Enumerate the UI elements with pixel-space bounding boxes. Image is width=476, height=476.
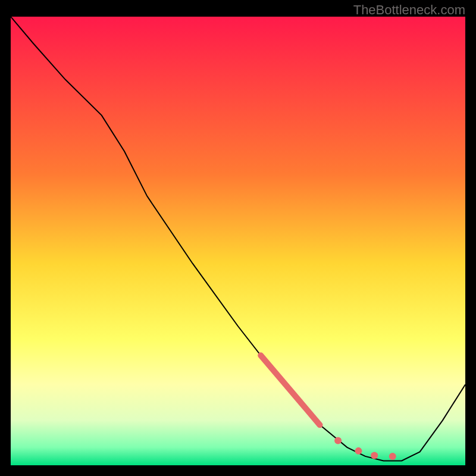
chart-plot-area [11, 17, 465, 465]
series-dots-point [371, 452, 378, 459]
series-dots-point [334, 437, 342, 444]
watermark-text: TheBottleneck.com [353, 2, 465, 18]
chart-svg [11, 17, 465, 465]
series-dots-point [355, 447, 362, 455]
series-dots-point [389, 453, 396, 460]
chart-background [11, 17, 465, 465]
